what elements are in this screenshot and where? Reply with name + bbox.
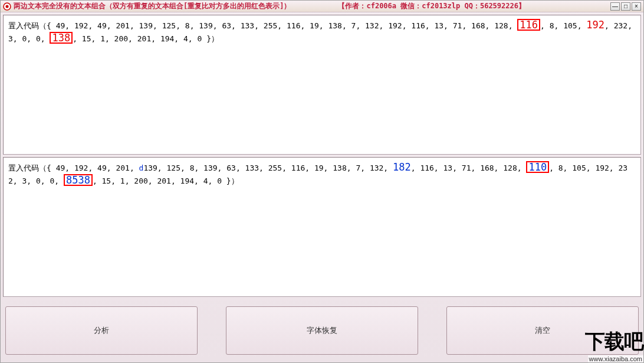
bottom-text-pane[interactable]: 置入代码（{ 49, 192, 49, 201, d139, 125, 8, 1… (3, 157, 641, 297)
watermark: 下载吧 www.xiazaiba.com (585, 328, 643, 362)
window-title: 两边文本完全没有的文本组合（双方有重复的文本组合[重复比对方多出的用红色表示]） (14, 1, 291, 11)
analyze-button[interactable]: 分析 (5, 306, 198, 355)
top-text-prefix: 置入代码（{ 49, 192, 49, 201, 139, 125, 8, 13… (8, 21, 517, 30)
close-button[interactable]: × (632, 2, 641, 11)
restore-font-button[interactable]: 字体恢复 (226, 306, 418, 355)
minimize-button[interactable]: — (610, 2, 620, 11)
button-row: 分析 字体恢复 清空 (3, 299, 641, 357)
watermark-logo: 下载吧 (585, 328, 643, 355)
titlebar: 两边文本完全没有的文本组合（双方有重复的文本组合[重复比对方多出的用红色表示]）… (1, 1, 643, 12)
bottom-blue-1: 182 (393, 161, 411, 173)
bottom-box-1: 110 (526, 161, 549, 173)
app-icon (3, 2, 11, 11)
top-mid1: , 8, 105, (540, 21, 586, 30)
bottom-suffix: , 15, 1, 200, 201, 194, 4, 0 }） (93, 176, 239, 185)
bottom-mid1: , 116, 13, 71, 168, 128, (411, 163, 527, 172)
window-author: 【作者：cf2006a 微信：cf2013zlp QQ：562592226】 (338, 1, 525, 11)
top-box-1: 116 (517, 19, 540, 31)
watermark-url: www.xiazaiba.com (588, 355, 643, 362)
top-red-1: 192 (586, 19, 604, 31)
window-controls: — □ × (610, 2, 641, 11)
top-text-pane[interactable]: 置入代码（{ 49, 192, 49, 201, 139, 125, 8, 13… (3, 15, 641, 155)
top-box-2: 138 (50, 32, 73, 44)
bottom-mid0: 139, 125, 8, 139, 63, 133, 255, 116, 19,… (143, 163, 393, 172)
maximize-button[interactable]: □ (621, 2, 630, 11)
svg-point-1 (6, 5, 9, 8)
main-window: 两边文本完全没有的文本组合（双方有重复的文本组合[重复比对方多出的用红色表示]）… (0, 0, 644, 363)
top-suffix: , 15, 1, 200, 201, 194, 4, 0 }） (73, 34, 219, 43)
bottom-prefix: 置入代码（{ 49, 192, 49, 201, (8, 163, 139, 172)
bottom-box-2: 8538 (64, 174, 93, 186)
content-area: 置入代码（{ 49, 192, 49, 201, 139, 125, 8, 13… (1, 12, 643, 359)
